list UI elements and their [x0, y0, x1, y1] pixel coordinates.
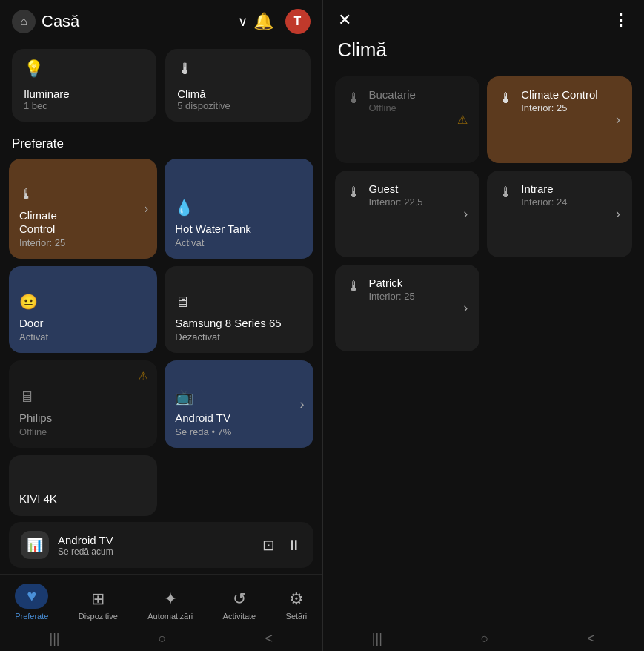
door-icon: 😐: [19, 293, 147, 311]
left-panel: ⌂ Casă ∨ 🔔 T 💡 Iluminare 1 bec 🌡 Climă 5…: [0, 0, 322, 651]
thermometer-icon: 🌡: [499, 184, 514, 201]
fav-tile-hot-water[interactable]: 💧 Hot Water Tank Activat: [165, 159, 313, 259]
fav-tile-android-tv[interactable]: 📺 Android TV Se redă • 7% ›: [165, 360, 313, 448]
chevron-right-icon: ›: [463, 300, 468, 316]
clima-tile-bucatarie[interactable]: 🌡 Bucatarie Offline ⚠: [335, 76, 480, 163]
nav-activitate[interactable]: ↺ Activitate: [214, 586, 265, 624]
patrick-info: Patrick Interior: 25: [369, 277, 457, 302]
warning-icon: ⚠: [138, 369, 148, 383]
thermometer-icon: 🌡: [347, 184, 362, 201]
quick-tile-clima[interactable]: 🌡 Climă 5 dispozitive: [165, 49, 310, 122]
left-sys-bar: ||| ○ <: [0, 627, 322, 651]
android-bar-sub: Se redă acum: [58, 546, 253, 557]
patrick-name: Patrick: [369, 277, 457, 289]
cast-icon[interactable]: ⊡: [262, 536, 275, 554]
chevron-right-icon: ›: [616, 112, 620, 128]
tv-icon: 📺: [175, 388, 302, 406]
samsung-sub: Dezactivat: [175, 331, 302, 343]
quick-tiles: 💡 Iluminare 1 bec 🌡 Climă 5 dispozitive: [0, 43, 322, 133]
bottom-nav: ♥ Preferate ⊞ Dispozitive ✦ Automatizări…: [0, 574, 322, 627]
right-title: Climă: [323, 36, 645, 76]
fav-tile-philips[interactable]: 🖥 Philips Offline ⚠: [9, 360, 157, 448]
nav-automatizari[interactable]: ✦ Automatizări: [139, 586, 202, 624]
philips-name: Philips: [19, 412, 147, 425]
fav-tile-door[interactable]: 😐 Door Activat: [9, 266, 157, 354]
nav-preferate-label: Preferate: [15, 612, 48, 621]
android-tv-name: Android TV: [175, 412, 302, 425]
monitor-icon: 🖥: [19, 389, 147, 406]
bar-text: Android TV Se redă acum: [58, 534, 253, 557]
chevron-down-icon: ∨: [238, 13, 248, 30]
more-options-icon[interactable]: ⋮: [613, 10, 629, 30]
clima-tile-climate-control[interactable]: 🌡 Climate Control Interior: 25 ›: [487, 76, 632, 163]
close-icon[interactable]: ✕: [338, 10, 351, 30]
fav-tile-samsung[interactable]: 🖥 Samsung 8 Series 65 Dezactivat: [165, 266, 313, 354]
intrare-name: Intrare: [521, 182, 608, 195]
right-panel: ✕ ⋮ Climă 🌡 Bucatarie Offline ⚠ 🌡 Climat…: [323, 0, 645, 651]
devices-icon: ⊞: [91, 589, 104, 609]
bucatarie-info: Bucatarie Offline: [369, 88, 451, 113]
sys-back-icon[interactable]: <: [265, 631, 273, 647]
thermometer-icon: 🌡: [19, 186, 147, 203]
heart-icon: ♥: [27, 586, 36, 606]
bell-icon[interactable]: 🔔: [253, 12, 273, 31]
tile-iluminare-sub: 1 bec: [24, 100, 145, 111]
climate-control-sub: Interior: 25: [19, 237, 147, 248]
header: ⌂ Casă ∨ 🔔 T: [0, 0, 322, 43]
quick-tile-iluminare[interactable]: 💡 Iluminare 1 bec: [12, 49, 156, 122]
sys-back-icon[interactable]: <: [587, 631, 595, 647]
sys-menu-icon[interactable]: |||: [372, 631, 382, 647]
avatar[interactable]: T: [285, 9, 311, 34]
header-icons: 🔔 T: [253, 9, 311, 34]
hot-water-sub: Activat: [175, 237, 302, 248]
section-preferate: Preferate: [0, 133, 322, 159]
thermometer-icon: 🌡: [347, 90, 362, 107]
samsung-name: Samsung 8 Series 65: [175, 317, 302, 330]
fav-tile-climate-control[interactable]: 🌡 ClimateControl Interior: 25 ›: [9, 159, 157, 259]
thermometer-icon: 🌡: [499, 90, 514, 107]
favorites-grid: 🌡 ClimateControl Interior: 25 › 💧 Hot Wa…: [0, 159, 322, 516]
home-icon: ⌂: [12, 10, 36, 33]
intrare-sub: Interior: 24: [521, 196, 608, 208]
nav-dispozitive-label: Dispozitive: [79, 612, 118, 621]
warning-icon: ⚠: [457, 113, 468, 127]
patrick-sub: Interior: 25: [369, 291, 457, 302]
gear-icon: ⚙: [289, 589, 304, 609]
automation-icon: ✦: [164, 589, 177, 609]
clima-tile-patrick[interactable]: 🌡 Patrick Interior: 25 ›: [335, 265, 480, 351]
nav-setari[interactable]: ⚙ Setări: [277, 586, 316, 624]
android-bar-name: Android TV: [58, 534, 253, 546]
bucatarie-name: Bucatarie: [369, 88, 451, 101]
history-icon: ↺: [233, 589, 246, 609]
climate-control-info: Climate Control Interior: 25: [521, 88, 608, 113]
light-bulb-icon: 💡: [24, 59, 145, 79]
kivi-name: KIVI 4K: [19, 492, 147, 506]
nav-preferate[interactable]: ♥ Preferate: [6, 581, 57, 624]
clima-tile-guest[interactable]: 🌡 Guest Interior: 22,5 ›: [335, 171, 480, 257]
pause-icon[interactable]: ⏸: [287, 537, 302, 554]
chevron-right-icon: ›: [144, 201, 148, 217]
door-name: Door: [19, 317, 147, 330]
tile-clima-sub: 5 dispozitive: [177, 100, 298, 111]
clima-tile-intrare[interactable]: 🌡 Intrare Interior: 24 ›: [487, 171, 632, 257]
sys-menu-icon[interactable]: |||: [50, 631, 60, 647]
android-bar: 📊 Android TV Se redă acum ⊡ ⏸: [9, 522, 313, 568]
climate-control-name: ClimateControl: [19, 209, 147, 236]
sys-home-icon[interactable]: ○: [159, 631, 167, 647]
home-title: Casă: [42, 12, 230, 31]
bar-actions: ⊡ ⏸: [262, 536, 302, 554]
sys-home-icon[interactable]: ○: [481, 631, 489, 647]
climate-control-name: Climate Control: [521, 88, 608, 101]
philips-sub: Offline: [19, 426, 147, 437]
bucatarie-sub: Offline: [369, 102, 451, 113]
nav-activitate-label: Activitate: [223, 612, 256, 621]
tv-icon: 🖥: [175, 294, 302, 311]
nav-dispozitive[interactable]: ⊞ Dispozitive: [70, 586, 127, 624]
android-tv-sub: Se redă • 7%: [175, 426, 302, 437]
tile-clima-name: Climă: [177, 87, 298, 100]
nav-automatizari-label: Automatizări: [147, 612, 193, 621]
fav-tile-kivi[interactable]: KIVI 4K: [9, 455, 157, 517]
thermometer-icon: 🌡: [347, 278, 362, 295]
tile-iluminare-name: Iluminare: [24, 87, 145, 100]
clima-grid: 🌡 Bucatarie Offline ⚠ 🌡 Climate Control …: [323, 76, 645, 351]
